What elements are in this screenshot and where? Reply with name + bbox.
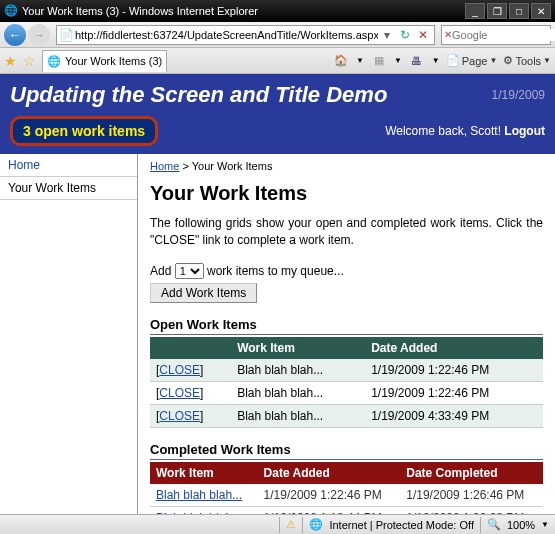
crumb-home[interactable]: Home (150, 160, 179, 172)
maximize-button[interactable]: □ (509, 3, 529, 19)
window-buttons: _ ❐ □ ✕ (465, 3, 551, 19)
welcome-text: Welcome back, Scott! Logout (158, 124, 545, 138)
completed-section-title: Completed Work Items (150, 442, 543, 460)
open-section-title: Open Work Items (150, 317, 543, 335)
col-added: Date Added (258, 462, 401, 484)
close-link[interactable]: CLOSE (159, 409, 200, 423)
nav-home[interactable]: Home (0, 154, 137, 177)
page-date: 1/19/2009 (492, 88, 545, 102)
nav-work-items[interactable]: Your Work Items (0, 177, 137, 200)
cell-completed: 1/19/2009 1:26:46 PM (400, 484, 543, 507)
search-input[interactable] (452, 29, 555, 41)
forward-button[interactable]: → (28, 24, 50, 46)
cell-item: Blah blah blah... (231, 404, 365, 427)
col-item: Work Item (150, 462, 258, 484)
ie-icon: 🌐 (4, 4, 18, 18)
home-icon[interactable]: 🏠 (332, 52, 350, 70)
status-mode: Internet | Protected Mode: Off (329, 519, 474, 531)
window-title: Your Work Items (3) - Windows Internet E… (22, 5, 465, 17)
crumb-current: Your Work Items (192, 160, 273, 172)
zoom-icon[interactable]: 🔍 (487, 518, 501, 531)
tab-page-icon: 🌐 (47, 55, 61, 68)
search-icon: ✕ (444, 29, 452, 40)
cell-date: 1/19/2009 1:22:46 PM (365, 359, 543, 382)
col-completed: Date Completed (400, 462, 543, 484)
zoom-level: 100% (507, 519, 535, 531)
tools-menu[interactable]: ⚙Tools ▼ (503, 54, 551, 67)
print-icon[interactable]: 🖶 (408, 52, 426, 70)
favorites-icon[interactable]: ★ (4, 53, 17, 69)
cell-added: 1/19/2009 1:22:46 PM (258, 484, 401, 507)
window-titlebar: 🌐 Your Work Items (3) - Windows Internet… (0, 0, 555, 22)
sub-header: 3 open work items Welcome back, Scott! L… (0, 112, 555, 154)
dropdown-icon[interactable]: ▼ (394, 56, 402, 65)
page-banner: Updating the Screen and Title Demo 1/19/… (0, 74, 555, 112)
tab[interactable]: 🌐 Your Work Items (3) (42, 50, 167, 72)
close-link[interactable]: CLOSE (159, 386, 200, 400)
page-menu[interactable]: 📄Page ▼ (446, 54, 498, 67)
open-items-table: Work Item Date Added [CLOSE]Blah blah bl… (150, 337, 543, 428)
close-button[interactable]: ✕ (531, 3, 551, 19)
go-button[interactable]: ▾ (378, 26, 396, 44)
content-heading: Your Work Items (150, 182, 543, 205)
side-nav: Home Your Work Items (0, 154, 138, 534)
refresh-button[interactable]: ↻ (396, 26, 414, 44)
col-date: Date Added (365, 337, 543, 359)
breadcrumb: Home > Your Work Items (150, 160, 543, 172)
table-row: [CLOSE]Blah blah blah...1/19/2009 4:33:4… (150, 404, 543, 427)
page-icon: 📄 (59, 28, 73, 42)
body-area: Home Your Work Items Home > Your Work It… (0, 154, 555, 534)
open-items-badge: 3 open work items (10, 116, 158, 146)
add-row: Add 1 work items to my queue... (150, 263, 543, 279)
page-title: Updating the Screen and Title Demo (10, 82, 492, 108)
search-box[interactable]: ✕ 🔍 (441, 25, 551, 45)
tab-title: Your Work Items (3) (65, 55, 162, 67)
back-button[interactable]: ← (4, 24, 26, 46)
add-favorite-icon[interactable]: ☆ (23, 53, 36, 69)
dropdown-icon[interactable]: ▼ (356, 56, 364, 65)
info-icon: ⚠ (286, 518, 296, 531)
add-qty-select[interactable]: 1 (175, 263, 204, 279)
stop-button[interactable]: ✕ (414, 26, 432, 44)
zoom-dropdown-icon[interactable]: ▼ (541, 520, 549, 529)
cell-item: Blah blah blah... (231, 381, 365, 404)
item-link[interactable]: Blah blah blah... (156, 488, 242, 502)
status-bar: ⚠ 🌐 Internet | Protected Mode: Off 🔍 100… (0, 514, 555, 534)
dropdown-icon[interactable]: ▼ (432, 56, 440, 65)
col-action (150, 337, 231, 359)
restore-button[interactable]: ❐ (487, 3, 507, 19)
table-row: [CLOSE]Blah blah blah...1/19/2009 1:22:4… (150, 359, 543, 382)
feeds-icon[interactable]: ▦ (370, 52, 388, 70)
main-content: Home > Your Work Items Your Work Items T… (138, 154, 555, 534)
page-menu-icon: 📄 (446, 54, 460, 67)
content-desc: The following grids show your open and c… (150, 215, 543, 249)
cell-date: 1/19/2009 4:33:49 PM (365, 404, 543, 427)
cell-item: Blah blah blah... (231, 359, 365, 382)
address-bar[interactable]: 📄 ▾ ↻ ✕ (56, 25, 435, 45)
logout-link[interactable]: Logout (504, 124, 545, 138)
nav-toolbar: ← → 📄 ▾ ↻ ✕ ✕ 🔍 (0, 22, 555, 48)
cell-date: 1/19/2009 1:22:46 PM (365, 381, 543, 404)
col-item: Work Item (231, 337, 365, 359)
add-work-items-button[interactable]: Add Work Items (150, 283, 257, 303)
table-row: Blah blah blah...1/19/2009 1:22:46 PM1/1… (150, 484, 543, 507)
minimize-button[interactable]: _ (465, 3, 485, 19)
gear-icon: ⚙ (503, 54, 513, 67)
table-row: [CLOSE]Blah blah blah...1/19/2009 1:22:4… (150, 381, 543, 404)
url-input[interactable] (75, 29, 378, 41)
globe-icon: 🌐 (309, 518, 323, 531)
command-bar: ★ ☆ 🌐 Your Work Items (3) 🏠 ▼ ▦ ▼ 🖶 ▼ 📄P… (0, 48, 555, 74)
close-link[interactable]: CLOSE (159, 363, 200, 377)
